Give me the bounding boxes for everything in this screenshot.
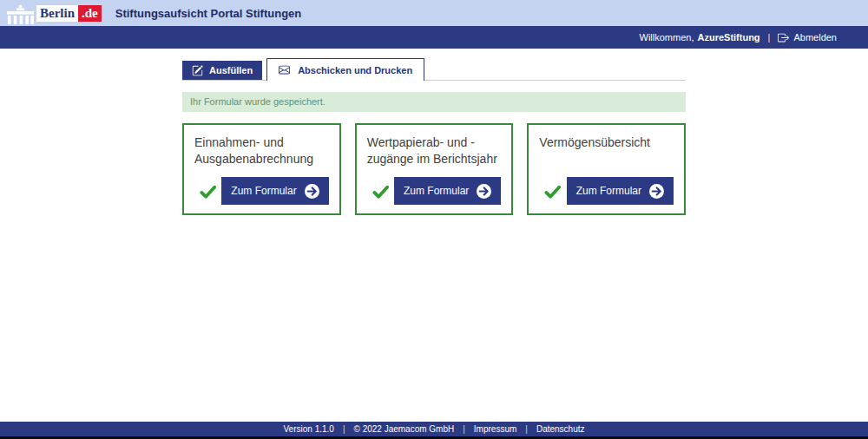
button-label: Zum Formular xyxy=(404,185,469,197)
card-actions: Zum Formular xyxy=(539,177,674,205)
userbar-separator: | xyxy=(768,32,771,43)
zum-formular-button[interactable]: Zum Formular xyxy=(567,177,674,205)
tab-bar: Ausfüllen Abschicken und Drucken xyxy=(182,57,686,81)
arrow-right-circle-icon xyxy=(649,184,664,199)
logo-de-text: .de xyxy=(78,5,102,22)
datenschutz-link[interactable]: Datenschutz xyxy=(536,424,585,434)
brandenburg-gate-icon xyxy=(7,5,34,24)
card-title-line: Vermögensübersicht xyxy=(539,134,674,151)
username: AzureStiftung xyxy=(697,32,760,43)
card-vermoegensuebersicht: Vermögensübersicht Zum Formular xyxy=(527,123,686,215)
card-title-line: Wertpapierab- und - xyxy=(367,134,502,151)
tab-label: Abschicken und Drucken xyxy=(298,65,412,75)
tab-label: Ausfüllen xyxy=(209,65,253,75)
zum-formular-button[interactable]: Zum Formular xyxy=(221,177,328,205)
logo-wordmark: Berlin .de xyxy=(36,5,102,22)
page: Berlin .de Stiftungsaufsicht Portal Stif… xyxy=(0,0,868,439)
card-title-line: Ausgabenabrechnung xyxy=(194,151,329,167)
logout-label: Abmelden xyxy=(793,32,837,43)
form-cards: Einnahmen- und Ausgabenabrechnung Zum Fo… xyxy=(182,123,686,215)
success-alert: Ihr Formular wurde gespeichert. xyxy=(182,92,686,112)
berlin-de-logo[interactable]: Berlin .de xyxy=(7,2,102,24)
impressum-link[interactable]: Impressum xyxy=(474,424,516,434)
tab-ausfuellen[interactable]: Ausfüllen xyxy=(182,61,262,80)
card-actions: Zum Formular xyxy=(367,177,502,205)
arrow-right-circle-icon xyxy=(305,184,319,199)
card-title-line: zugänge im Berichtsjahr xyxy=(367,151,502,167)
footer-separator: | xyxy=(525,424,528,434)
zum-formular-button[interactable]: Zum Formular xyxy=(394,177,501,205)
check-icon xyxy=(542,181,562,201)
version-text: Version 1.1.0 xyxy=(284,424,334,434)
tab-abschicken-und-drucken[interactable]: Abschicken und Drucken xyxy=(266,58,424,81)
card-title-line: Einnahmen- und xyxy=(194,134,329,151)
card-title: Vermögensübersicht xyxy=(539,134,674,151)
arrow-right-circle-icon xyxy=(477,184,491,199)
logo-berlin-text: Berlin xyxy=(36,5,78,22)
copyright-text: © 2022 Jaemacom GmbH xyxy=(353,424,454,434)
main-content: Ausfüllen Abschicken und Drucken Ihr For… xyxy=(182,57,686,215)
envelope-icon xyxy=(279,64,290,75)
button-label: Zum Formular xyxy=(576,185,641,197)
card-title: Wertpapierab- und - zugänge im Berichtsj… xyxy=(367,134,502,167)
logout-link[interactable]: Abmelden xyxy=(778,32,837,43)
check-icon xyxy=(371,181,391,201)
pencil-square-icon xyxy=(192,65,203,76)
welcome-text: Willkommen, xyxy=(640,32,694,43)
user-bar: Willkommen, AzureStiftung | Abmelden xyxy=(0,26,868,49)
box-arrow-right-icon xyxy=(778,32,789,43)
footer-separator: | xyxy=(463,424,465,434)
site-header: Berlin .de Stiftungsaufsicht Portal Stif… xyxy=(0,0,868,26)
card-einnahmen-ausgaben: Einnahmen- und Ausgabenabrechnung Zum Fo… xyxy=(182,123,341,215)
app-title: Stiftungsaufsicht Portal Stiftungen xyxy=(115,7,302,20)
check-icon xyxy=(198,181,218,201)
button-label: Zum Formular xyxy=(231,185,296,197)
card-title: Einnahmen- und Ausgabenabrechnung xyxy=(194,134,329,167)
site-footer: Version 1.1.0 | © 2022 Jaemacom GmbH | I… xyxy=(0,422,868,436)
footer-separator: | xyxy=(343,424,345,434)
card-actions: Zum Formular xyxy=(194,177,329,205)
card-wertpapier: Wertpapierab- und - zugänge im Berichtsj… xyxy=(355,123,514,215)
